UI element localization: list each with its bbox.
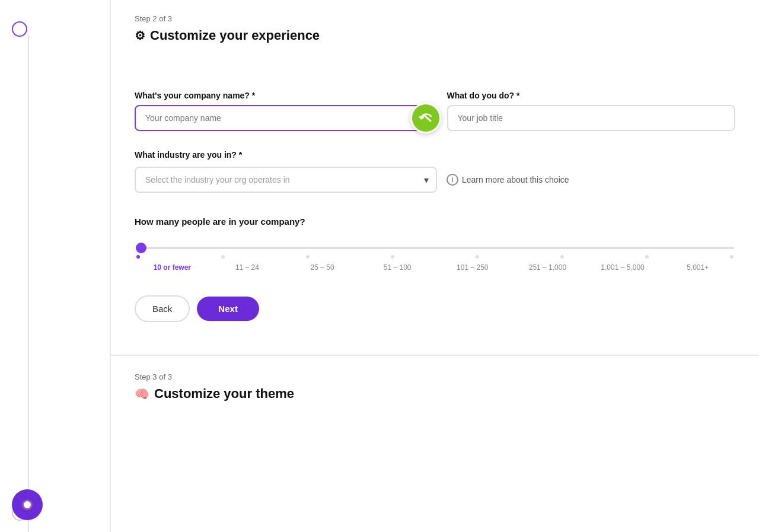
size-label-0: 10 or fewer	[135, 263, 210, 272]
tick-6	[645, 255, 649, 259]
tick-2	[306, 255, 310, 259]
green-badge-icon	[410, 103, 441, 133]
cursor-inner	[22, 499, 33, 510]
job-title-group: What do you do? *	[447, 91, 736, 131]
button-row: Back Next	[135, 295, 735, 322]
size-label-6: 1,001 – 5,000	[585, 263, 661, 272]
main-content: Step 2 of 3 ⚙ Customize your experience …	[110, 0, 759, 532]
customize-icon: ⚙	[135, 28, 145, 43]
sidebar	[0, 0, 110, 532]
step-3-label: Step 3 of 3	[135, 372, 735, 381]
company-size-section: How many people are in your company?	[135, 216, 735, 272]
job-title-label: What do you do? *	[447, 91, 736, 100]
industry-select[interactable]: Select the industry your org operates in…	[135, 167, 437, 193]
size-label-3: 51 – 100	[360, 263, 435, 272]
slider-area	[135, 241, 735, 259]
theme-icon: 🧠	[135, 387, 149, 401]
job-title-input[interactable]	[447, 105, 736, 131]
tick-3	[391, 255, 394, 259]
step-3-title-text: Customize your theme	[154, 386, 294, 402]
size-labels-row: 10 or fewer 11 – 24 25 – 50 51 – 100 101…	[135, 263, 735, 272]
company-name-label: What's your company name? *	[135, 91, 423, 100]
step-2-label: Step 2 of 3	[135, 14, 735, 23]
industry-label-container: What industry are you in? *	[135, 150, 735, 160]
size-label-2: 25 – 50	[285, 263, 360, 272]
company-size-label: How many people are in your company?	[135, 216, 735, 227]
step-line	[28, 36, 29, 532]
step-3-title: 🧠 Customize your theme	[135, 386, 735, 402]
size-label-4: 101 – 250	[435, 263, 511, 272]
company-name-group: What's your company name? *	[135, 91, 423, 131]
size-label-7: 5,001+	[660, 263, 735, 272]
next-button[interactable]: Next	[197, 297, 259, 321]
tick-4	[476, 255, 479, 259]
step-2-title-text: Customize your experience	[150, 28, 320, 43]
step-2-title: ⚙ Customize your experience	[135, 28, 735, 43]
size-label-1: 11 – 24	[210, 263, 285, 272]
slider-tick-row	[136, 255, 734, 259]
size-label-5: 251 – 1,000	[510, 263, 585, 272]
step-2-entry	[0, 9, 110, 49]
industry-row: Select the industry your org operates in…	[135, 167, 735, 193]
tick-7	[730, 255, 734, 259]
company-name-input[interactable]	[135, 105, 423, 131]
form-row-names: What's your company name? *	[135, 91, 735, 131]
step-3-section: Step 3 of 3 🧠 Customize your theme	[111, 356, 759, 473]
company-size-slider[interactable]	[136, 247, 734, 249]
step-2-section: Step 2 of 3 ⚙ Customize your experience …	[111, 0, 759, 356]
info-icon: i	[447, 174, 458, 186]
step-2-circle	[12, 21, 27, 37]
company-name-wrapper	[135, 105, 423, 131]
tick-0	[136, 255, 140, 259]
back-button[interactable]: Back	[135, 295, 190, 322]
cursor-overlay	[12, 489, 43, 520]
learn-more-text: Learn more about this choice	[462, 175, 569, 184]
tick-5	[560, 255, 564, 259]
industry-label: What industry are you in? *	[135, 150, 735, 160]
learn-more-link[interactable]: i Learn more about this choice	[447, 174, 569, 186]
tick-1	[221, 255, 225, 259]
industry-select-wrapper: Select the industry your org operates in…	[135, 167, 437, 193]
